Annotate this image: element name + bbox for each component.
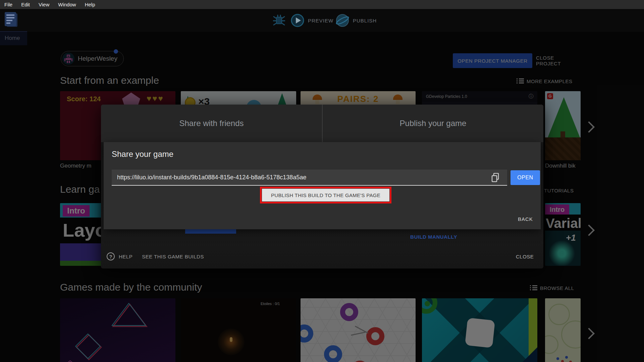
bug-icon (272, 13, 286, 28)
menu-bar: File Edit View Window Help (0, 0, 644, 9)
build-manually-label: BUILD MANUALLY (410, 234, 457, 240)
help-button[interactable]: HELP (119, 254, 132, 259)
toolbar: PREVIEW PUBLISH (0, 9, 644, 32)
card-title: Share your game (112, 149, 173, 159)
preview-button[interactable]: PREVIEW (290, 13, 333, 28)
project-manager-icon (5, 12, 16, 26)
copy-icon[interactable] (491, 173, 500, 183)
publish-this-build-label: PUBLISH THIS BUILD TO THE GAME'S PAGE (271, 192, 380, 198)
globe-icon (335, 13, 350, 27)
back-button[interactable]: BACK (518, 216, 533, 222)
menu-edit[interactable]: Edit (17, 2, 34, 7)
covered-generate-link-button[interactable] (185, 229, 236, 234)
menu-help[interactable]: Help (80, 2, 100, 7)
build-manually-link[interactable]: BUILD MANUALLY (400, 234, 467, 240)
help-icon[interactable]: ? (107, 252, 115, 260)
tab-publish-label: Publish your game (400, 119, 467, 128)
open-url-button[interactable]: OPEN (511, 170, 540, 185)
preview-label: PREVIEW (308, 18, 333, 23)
debug-button[interactable] (272, 13, 286, 28)
publish-this-build-button[interactable]: PUBLISH THIS BUILD TO THE GAME'S PAGE (262, 189, 389, 201)
tab-share-with-friends[interactable]: Share with friends (101, 105, 322, 142)
open-url-label: OPEN (517, 175, 533, 181)
play-icon (290, 13, 305, 27)
publish-button[interactable]: PUBLISH (335, 13, 377, 28)
menu-view[interactable]: View (34, 2, 54, 7)
tab-publish-your-game[interactable]: Publish your game (323, 105, 543, 142)
tab-share-label: Share with friends (179, 119, 244, 128)
menu-window[interactable]: Window (54, 2, 80, 7)
share-your-game-card: Share your game OPEN PUBLISH THIS BUILD … (104, 142, 541, 229)
menu-file[interactable]: File (0, 2, 17, 7)
dialog-footer-left: ? HELP SEE THIS GAME BUILDS (107, 252, 204, 260)
publish-label: PUBLISH (353, 18, 377, 23)
project-manager-button[interactable] (5, 12, 18, 28)
share-url-input[interactable] (112, 170, 507, 186)
gdevelop-window: File Edit View Window Help (0, 0, 644, 362)
close-dialog-button[interactable]: CLOSE (516, 254, 534, 259)
see-game-builds-button[interactable]: SEE THIS GAME BUILDS (142, 254, 204, 259)
